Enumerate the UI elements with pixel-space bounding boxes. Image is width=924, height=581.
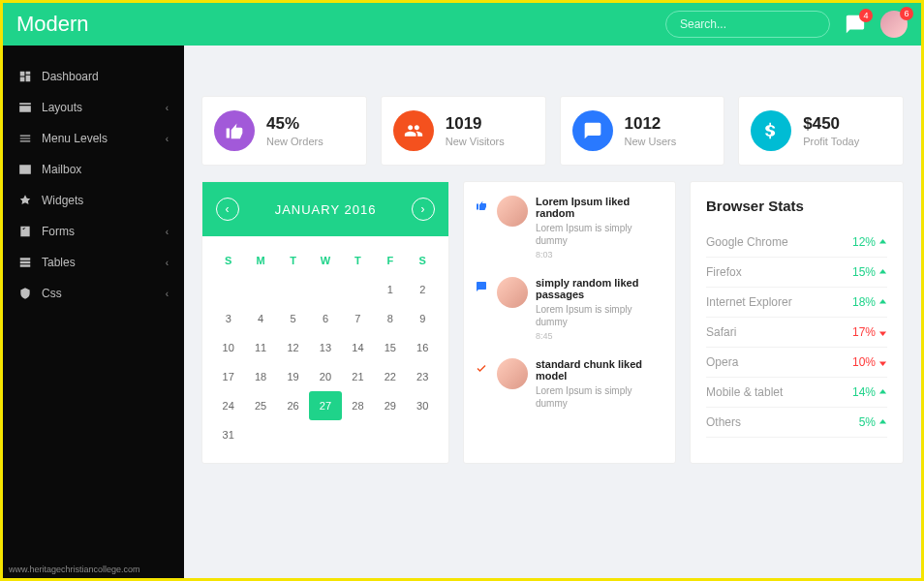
sidebar-item-dashboard[interactable]: Dashboard <box>3 61 184 92</box>
feed-time: 8:03 <box>536 250 665 260</box>
calendar-widget: ‹ JANUARY 2016 › SMTWTFS1234567891011121… <box>201 181 449 464</box>
calendar-dow: S <box>407 246 439 275</box>
sidebar-item-forms[interactable]: Forms‹ <box>3 216 184 247</box>
stat-value: 17% <box>852 325 887 339</box>
sidebar-item-label: Forms <box>42 225 75 238</box>
calendar-day[interactable]: 28 <box>342 391 374 420</box>
chat-icon[interactable]: 4 <box>844 13 867 36</box>
stat-row: Others5% <box>706 408 887 438</box>
calendar-day[interactable]: 21 <box>342 362 374 391</box>
calendar-day[interactable]: 18 <box>244 362 276 391</box>
stat-name: Others <box>706 415 741 429</box>
calendar-day[interactable]: 12 <box>277 333 309 362</box>
calendar-day[interactable]: 4 <box>244 304 276 333</box>
browser-stats-panel: Browser Stats Google Chrome12%Firefox15%… <box>690 181 904 464</box>
sidebar-item-layouts[interactable]: Layouts‹ <box>3 92 184 123</box>
stat-row: Mobile & tablet14% <box>706 378 887 408</box>
activity-feed[interactable]: Lorem Ipsum liked randomLorem Ipsum is s… <box>463 181 676 464</box>
calendar-header: ‹ JANUARY 2016 › <box>202 182 448 236</box>
card-value: $450 <box>803 114 859 134</box>
calendar-day[interactable]: 11 <box>244 333 276 362</box>
sidebar-item-tables[interactable]: Tables‹ <box>3 247 184 278</box>
sidebar-item-mailbox[interactable]: Mailbox <box>3 154 184 185</box>
stat-name: Mobile & tablet <box>706 385 783 399</box>
calendar-day[interactable]: 13 <box>309 333 341 362</box>
watermark: www.heritagechristiancollege.com <box>9 565 140 574</box>
calendar-day[interactable]: 24 <box>212 391 244 420</box>
calendar-day[interactable]: 26 <box>277 391 309 420</box>
avatar[interactable]: 6 <box>880 11 908 38</box>
calendar-day <box>407 420 439 449</box>
sidebar-item-label: Menu Levels <box>42 132 108 145</box>
calendar-prev-button[interactable]: ‹ <box>216 198 239 221</box>
stat-row: Internet Explorer18% <box>706 288 887 318</box>
sidebar-item-label: Tables <box>42 256 76 269</box>
dash-icon <box>18 70 32 83</box>
calendar-day[interactable]: 30 <box>407 391 439 420</box>
calendar-day[interactable]: 17 <box>212 362 244 391</box>
sidebar-item-css[interactable]: Css‹ <box>3 278 184 309</box>
calendar-day[interactable]: 7 <box>342 304 374 333</box>
card-value: 1019 <box>446 114 505 134</box>
chevron-left-icon: ‹ <box>166 134 169 144</box>
sidebar-item-menu-levels[interactable]: Menu Levels‹ <box>3 123 184 154</box>
calendar-title: JANUARY 2016 <box>275 202 377 217</box>
stat-row: Opera10% <box>706 348 887 378</box>
main-content: 45%New Orders1019New Visitors1012New Use… <box>184 46 921 578</box>
calendar-day[interactable]: 15 <box>374 333 406 362</box>
dashboard-row: ‹ JANUARY 2016 › SMTWTFS1234567891011121… <box>201 181 904 464</box>
feed-avatar <box>497 196 528 227</box>
search-input[interactable] <box>665 11 830 38</box>
stat-name: Opera <box>706 355 738 369</box>
stat-value: 14% <box>852 385 887 399</box>
layout-icon <box>18 101 32 114</box>
check-icon <box>474 358 489 410</box>
feed-item: Lorem Ipsum liked randomLorem Ipsum is s… <box>474 196 665 260</box>
css-icon <box>18 287 32 300</box>
dollar-icon <box>751 110 791 151</box>
calendar-day[interactable]: 31 <box>212 420 244 449</box>
calendar-day[interactable]: 10 <box>212 333 244 362</box>
stat-value: 18% <box>852 295 887 309</box>
calendar-day[interactable]: 3 <box>212 304 244 333</box>
calendar-day[interactable]: 14 <box>342 333 374 362</box>
sidebar-item-label: Mailbox <box>42 163 81 176</box>
calendar-day[interactable]: 20 <box>309 362 341 391</box>
menu-icon <box>18 132 32 145</box>
card-label: New Users <box>625 136 677 147</box>
calendar-day[interactable]: 8 <box>374 304 406 333</box>
calendar-day[interactable]: 1 <box>374 275 406 304</box>
chat-badge: 4 <box>859 9 873 22</box>
calendar-day <box>277 420 309 449</box>
calendar-day[interactable]: 16 <box>407 333 439 362</box>
calendar-day <box>277 275 309 304</box>
stat-row: Firefox15% <box>706 258 887 288</box>
calendar-dow: T <box>342 246 374 275</box>
feed-title: simply random liked passages <box>536 277 665 300</box>
calendar-day[interactable]: 29 <box>374 391 406 420</box>
calendar-day[interactable]: 22 <box>374 362 406 391</box>
chevron-left-icon: ‹ <box>166 227 169 237</box>
calendar-day[interactable]: 5 <box>277 304 309 333</box>
calendar-day[interactable]: 25 <box>244 391 276 420</box>
calendar-day <box>244 420 276 449</box>
calendar-next-button[interactable]: › <box>412 198 435 221</box>
calendar-day[interactable]: 6 <box>309 304 341 333</box>
brand-title: Modern <box>16 12 89 37</box>
stat-value: 5% <box>859 415 887 429</box>
calendar-day[interactable]: 19 <box>277 362 309 391</box>
sidebar-item-widgets[interactable]: Widgets <box>3 185 184 216</box>
stat-value: 12% <box>852 235 887 249</box>
calendar-day[interactable]: 27 <box>309 391 341 420</box>
calendar-day[interactable]: 2 <box>407 275 439 304</box>
feed-subtitle: Lorem Ipsum is simply dummy <box>536 303 665 328</box>
feed-avatar <box>497 358 528 389</box>
comment-icon <box>572 110 613 151</box>
widget-icon <box>18 194 32 207</box>
thumb-icon <box>214 110 255 151</box>
calendar-day[interactable]: 9 <box>407 304 439 333</box>
sidebar-item-label: Css <box>42 287 62 300</box>
feed-subtitle: Lorem Ipsum is simply dummy <box>536 222 665 247</box>
calendar-day[interactable]: 23 <box>407 362 439 391</box>
stat-name: Internet Explorer <box>706 295 792 309</box>
